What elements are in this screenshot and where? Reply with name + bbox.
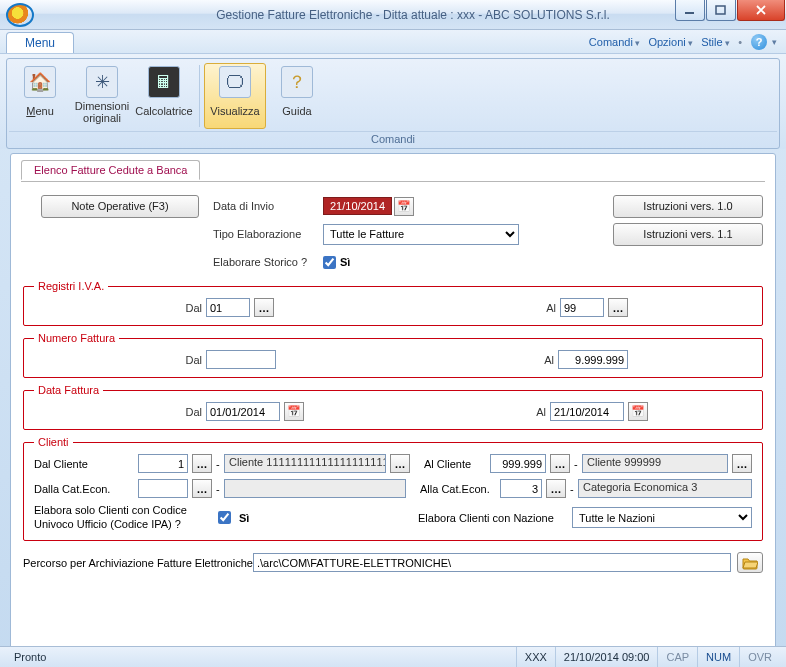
label-dalla-cat: Dalla Cat.Econ.: [34, 483, 134, 495]
menu-tab[interactable]: Menu: [6, 32, 74, 53]
label-percorso: Percorso per Archiviazione Fatture Elett…: [23, 557, 253, 569]
num-dal-input[interactable]: [206, 350, 276, 369]
minimize-button[interactable]: [675, 0, 705, 21]
ribbon-menu-button[interactable]: 🏠 Menu: [9, 63, 71, 129]
svg-rect-0: [685, 12, 694, 14]
note-operative-button[interactable]: Note Operative (F3): [41, 195, 199, 218]
status-bar: Pronto XXX 21/10/2014 09:00 CAP NUM OVR: [0, 646, 786, 667]
menu-comandi[interactable]: Comandi: [586, 34, 644, 50]
app-icon: [6, 3, 34, 27]
legend-datafatt: Data Fattura: [34, 384, 103, 396]
data-al-calendar-button[interactable]: 📅: [628, 402, 648, 421]
legend-registri: Registri I.V.A.: [34, 280, 108, 292]
label-alla-cat: Alla Cat.Econ.: [420, 483, 496, 495]
label-reg-dal: Dal: [34, 302, 202, 314]
label-num-al: Al: [524, 354, 554, 366]
percorso-input[interactable]: [253, 553, 731, 572]
dal-cliente-desc: Cliente 1111111111111111111111: [224, 454, 386, 473]
legend-numfatt: Numero Fattura: [34, 332, 119, 344]
data-al-input[interactable]: [550, 402, 624, 421]
label-reg-al: Al: [526, 302, 556, 314]
folder-open-icon: [742, 556, 758, 570]
dal-cliente-desc-lookup-button[interactable]: …: [390, 454, 410, 473]
label-data-al: Al: [516, 406, 546, 418]
ribbon-dimensioni-button[interactable]: ✳ Dimensioni originali: [71, 63, 133, 129]
help-icon[interactable]: ?: [751, 34, 767, 50]
label-ipa: Elabora solo Clienti con Codice Univoco …: [34, 504, 214, 532]
monitor-icon: 🖵: [219, 66, 251, 98]
status-num: NUM: [697, 647, 739, 667]
ribbon-dimensioni-label: Dimensioni originali: [74, 100, 130, 124]
tab-elenco-fatture[interactable]: Elenco Fatture Cedute a Banca: [21, 160, 200, 180]
maximize-button[interactable]: [706, 0, 736, 21]
storico-si-label: Sì: [340, 256, 350, 268]
label-storico: Elaborare Storico ?: [213, 256, 323, 268]
close-button[interactable]: [737, 0, 785, 21]
dalla-cat-input[interactable]: [138, 479, 188, 498]
dalla-cat-desc: [224, 479, 406, 498]
label-nazione: Elabora Clienti con Nazione: [418, 512, 568, 524]
istruzioni-11-button[interactable]: Istruzioni vers. 1.1: [613, 223, 763, 246]
home-icon: 🏠: [24, 66, 56, 98]
ribbon-visualizza-button[interactable]: 🖵 Visualizza: [204, 63, 266, 129]
window-controls: [675, 0, 786, 21]
al-cliente-desc-lookup-button[interactable]: …: [732, 454, 752, 473]
menu-stile[interactable]: Stile: [698, 34, 733, 50]
reg-al-lookup-button[interactable]: …: [608, 298, 628, 317]
help-book-icon: ？: [281, 66, 313, 98]
status-ovr: OVR: [739, 647, 780, 667]
nazione-select[interactable]: Tutte le Nazioni: [572, 507, 752, 528]
reg-al-input[interactable]: [560, 298, 604, 317]
ribbon-guida-label: Guida: [282, 100, 311, 122]
data-invio-field[interactable]: 21/10/2014: [323, 197, 392, 215]
label-al-cliente: Al Cliente: [424, 458, 486, 470]
ipa-si-label: Sì: [239, 512, 249, 524]
label-data-invio: Data di Invio: [213, 200, 323, 212]
calculator-icon: 🖩: [148, 66, 180, 98]
svg-rect-1: [716, 6, 725, 14]
dal-cliente-lookup-button[interactable]: …: [192, 454, 212, 473]
fieldset-clienti: Clienti Dal Cliente … - Cliente 11111111…: [23, 436, 763, 541]
data-dal-calendar-button[interactable]: 📅: [284, 402, 304, 421]
status-user: XXX: [516, 647, 555, 667]
status-datetime: 21/10/2014 09:00: [555, 647, 658, 667]
menubar: Menu Comandi Opzioni Stile • ? ▾: [0, 30, 786, 54]
ribbon-calcolatrice-button[interactable]: 🖩 Calcolatrice: [133, 63, 195, 129]
al-cliente-desc: Cliente 999999: [582, 454, 728, 473]
ribbon: 🏠 Menu ✳ Dimensioni originali 🖩 Calcolat…: [6, 58, 780, 149]
ribbon-menu-label: enu: [35, 105, 53, 117]
ribbon-guida-button[interactable]: ？ Guida: [266, 63, 328, 129]
reg-dal-lookup-button[interactable]: …: [254, 298, 274, 317]
tipo-elaborazione-select[interactable]: Tutte le Fatture: [323, 224, 519, 245]
al-cliente-input[interactable]: [490, 454, 546, 473]
ribbon-visualizza-label: Visualizza: [210, 100, 259, 122]
dalla-cat-lookup-button[interactable]: …: [192, 479, 212, 498]
legend-clienti: Clienti: [34, 436, 73, 448]
status-cap: CAP: [657, 647, 697, 667]
alla-cat-desc: Categoria Economica 3: [578, 479, 752, 498]
menubar-right: Comandi Opzioni Stile • ? ▾: [586, 30, 780, 53]
window-titlebar: Gestione Fatture Elettroniche - Ditta at…: [0, 0, 786, 30]
fieldset-numero-fattura: Numero Fattura Dal Al: [23, 332, 763, 378]
content-frame: Elenco Fatture Cedute a Banca Note Opera…: [10, 153, 776, 659]
tab-strip: Elenco Fatture Cedute a Banca: [21, 160, 765, 182]
reg-dal-input[interactable]: [206, 298, 250, 317]
fieldset-registri-iva: Registri I.V.A. Dal … Al …: [23, 280, 763, 326]
data-dal-input[interactable]: [206, 402, 280, 421]
menu-opzioni[interactable]: Opzioni: [645, 34, 696, 50]
dal-cliente-input[interactable]: [138, 454, 188, 473]
alla-cat-input[interactable]: [500, 479, 542, 498]
al-cliente-lookup-button[interactable]: …: [550, 454, 570, 473]
label-tipo-elab: Tipo Elaborazione: [213, 228, 323, 240]
storico-checkbox[interactable]: [323, 256, 336, 269]
ribbon-calcolatrice-label: Calcolatrice: [135, 100, 192, 122]
label-dal-cliente: Dal Cliente: [34, 458, 134, 470]
label-data-dal: Dal: [34, 406, 202, 418]
istruzioni-10-button[interactable]: Istruzioni vers. 1.0: [613, 195, 763, 218]
ipa-checkbox[interactable]: [218, 511, 231, 524]
num-al-input[interactable]: [558, 350, 628, 369]
percorso-browse-button[interactable]: [737, 552, 763, 573]
resize-icon: ✳: [86, 66, 118, 98]
data-invio-calendar-button[interactable]: 📅: [394, 197, 414, 216]
alla-cat-lookup-button[interactable]: …: [546, 479, 566, 498]
